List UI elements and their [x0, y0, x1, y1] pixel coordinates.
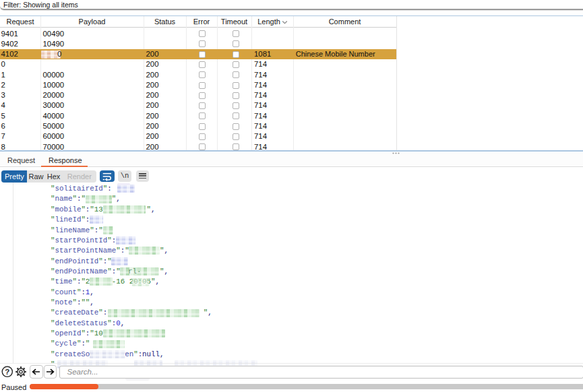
svg-text:?: ? [5, 368, 10, 376]
